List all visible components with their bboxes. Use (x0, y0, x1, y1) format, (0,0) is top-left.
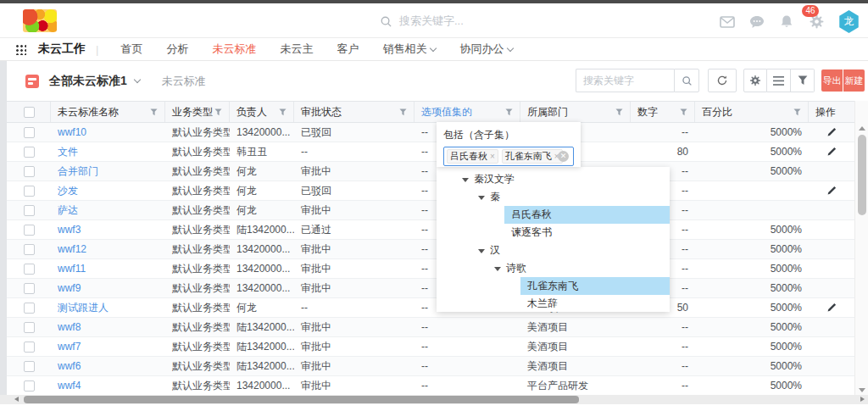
tree-leaf[interactable]: 木兰辞 (437, 295, 670, 312)
filter-tag[interactable]: 吕氏春秋× (447, 149, 498, 164)
export-button[interactable]: 导出 (821, 69, 843, 92)
tree-expand-arrow-icon[interactable] (462, 178, 469, 182)
bell-icon[interactable] (779, 14, 794, 30)
row-checkbox[interactable] (24, 342, 35, 353)
record-name-link[interactable]: wwf8 (58, 321, 81, 333)
list-search-input[interactable]: 搜索关键字 (576, 69, 674, 92)
horizontal-scrollbar[interactable] (0, 395, 868, 404)
tag-remove-icon[interactable]: × (490, 152, 495, 161)
column-filter-icon[interactable] (279, 108, 287, 116)
column-filter-icon[interactable] (150, 108, 158, 116)
filter-tag[interactable]: 孔雀东南飞× (502, 149, 563, 164)
nav-item-2[interactable]: 分析 (166, 42, 188, 57)
global-search[interactable]: 搜索关键字... (380, 14, 464, 29)
tree-expand-arrow-icon[interactable] (478, 249, 485, 253)
scroll-left-arrow-icon[interactable] (14, 397, 19, 402)
tree-branch[interactable]: 秦汉文学 (437, 170, 670, 188)
tree-leaf-option[interactable]: 孔雀东南飞 (520, 277, 670, 295)
record-name-link[interactable]: wwf3 (58, 224, 81, 236)
row-checkbox[interactable] (24, 127, 35, 138)
row-checkbox[interactable] (24, 225, 35, 236)
record-name-link[interactable]: 文件 (58, 145, 78, 159)
column-header[interactable]: 未云标准名称 (51, 102, 165, 122)
create-button[interactable]: 新建 (843, 69, 865, 92)
vertical-scrollbar-thumb[interactable] (858, 135, 866, 215)
column-header[interactable]: 业务类型 (165, 102, 230, 122)
tree-leaf[interactable]: 谏逐客书 (437, 224, 670, 242)
nav-item-5[interactable]: 客户 (337, 42, 359, 57)
edit-button[interactable] (826, 127, 837, 137)
nav-item-1[interactable]: 首页 (120, 42, 142, 57)
column-filter-icon[interactable] (615, 108, 623, 116)
nav-item-6[interactable]: 销售相关 (382, 42, 436, 57)
row-checkbox[interactable] (24, 147, 35, 158)
settings-button[interactable] (743, 69, 767, 92)
scroll-right-arrow-icon[interactable] (860, 397, 865, 402)
row-checkbox[interactable] (24, 380, 35, 392)
app-grid-icon[interactable] (15, 44, 26, 55)
tree-leaf-option[interactable]: 谏逐客书 (504, 224, 670, 242)
avatar[interactable]: 龙 (838, 10, 860, 33)
column-header[interactable]: 负责人 (230, 102, 294, 122)
record-name-link[interactable]: wwf7 (58, 341, 81, 353)
list-search-button[interactable] (674, 69, 699, 92)
column-header[interactable]: 所属部门 (520, 102, 631, 122)
record-name-link[interactable]: wwf12 (58, 243, 86, 255)
clear-input-icon[interactable]: ✕ (558, 151, 569, 162)
column-filter-icon[interactable] (399, 108, 407, 116)
row-checkbox[interactable] (24, 186, 35, 197)
tree-branch[interactable]: 诗歌 (437, 259, 670, 277)
tree-leaf[interactable]: 孔雀东南飞 (437, 277, 670, 295)
record-name-link[interactable]: wwf6 (58, 360, 81, 372)
record-name-link[interactable]: 沙发 (58, 184, 78, 198)
record-name-link[interactable]: 测试跟进人 (58, 301, 108, 315)
tree-leaf-option[interactable]: 吕氏春秋 (504, 206, 670, 224)
column-filter-icon[interactable] (214, 108, 222, 116)
list-view-button[interactable] (767, 69, 791, 92)
column-filter-icon[interactable] (680, 108, 687, 116)
nav-item-3[interactable]: 未云标准 (212, 42, 256, 57)
nav-item-4[interactable]: 未云主 (280, 42, 313, 57)
record-name-link[interactable]: 合并部门 (58, 164, 98, 179)
tree-leaf-option[interactable]: 木兰辞 (520, 295, 670, 312)
scroll-up-arrow-icon[interactable] (859, 126, 865, 131)
tree-expand-arrow-icon[interactable] (494, 267, 501, 271)
edit-button[interactable] (826, 147, 837, 157)
vertical-scrollbar[interactable] (854, 101, 868, 404)
filter-tag-input[interactable]: 吕氏春秋×孔雀东南飞×✕ (443, 147, 574, 166)
app-logo[interactable] (23, 9, 57, 32)
tree-leaf[interactable]: 吕氏春秋 (437, 206, 670, 224)
row-checkbox[interactable] (24, 361, 35, 372)
row-checkbox[interactable] (24, 283, 35, 294)
filter-button[interactable] (791, 69, 815, 92)
chevron-down-icon[interactable] (134, 76, 141, 83)
chat-icon[interactable] (749, 14, 765, 30)
record-name-link[interactable]: wwf9 (58, 282, 81, 294)
mail-icon[interactable] (720, 14, 735, 30)
record-name-link[interactable]: wwf10 (58, 126, 86, 138)
row-checkbox[interactable] (24, 303, 35, 314)
horizontal-scrollbar-thumb[interactable] (24, 396, 579, 403)
column-header[interactable]: 百分比 (695, 102, 809, 122)
refresh-button[interactable] (708, 69, 737, 92)
row-checkbox[interactable] (24, 166, 35, 177)
workspace-title[interactable]: 未云工作 (38, 42, 86, 57)
row-checkbox[interactable] (24, 205, 35, 216)
select-all-checkbox[interactable] (24, 107, 35, 118)
tree-branch[interactable]: 汉 (437, 242, 670, 259)
scroll-down-arrow-icon[interactable] (859, 388, 865, 392)
column-filter-icon[interactable] (505, 108, 513, 116)
row-checkbox[interactable] (24, 322, 35, 333)
column-header[interactable]: 数字 (631, 102, 695, 122)
column-header[interactable]: 操作 (809, 102, 854, 122)
row-checkbox[interactable] (24, 244, 35, 255)
record-name-link[interactable]: 萨达 (58, 203, 78, 218)
record-name-link[interactable]: wwf11 (58, 263, 86, 275)
record-name-link[interactable]: wwf4 (58, 380, 81, 392)
column-header[interactable]: 审批状态 (294, 102, 415, 122)
edit-button[interactable] (826, 186, 837, 196)
column-header[interactable]: 选项值集的 (415, 102, 520, 122)
tree-branch[interactable]: 秦 (437, 188, 670, 206)
nav-item-7[interactable]: 协同办公 (459, 42, 513, 57)
edit-button[interactable] (826, 303, 837, 313)
